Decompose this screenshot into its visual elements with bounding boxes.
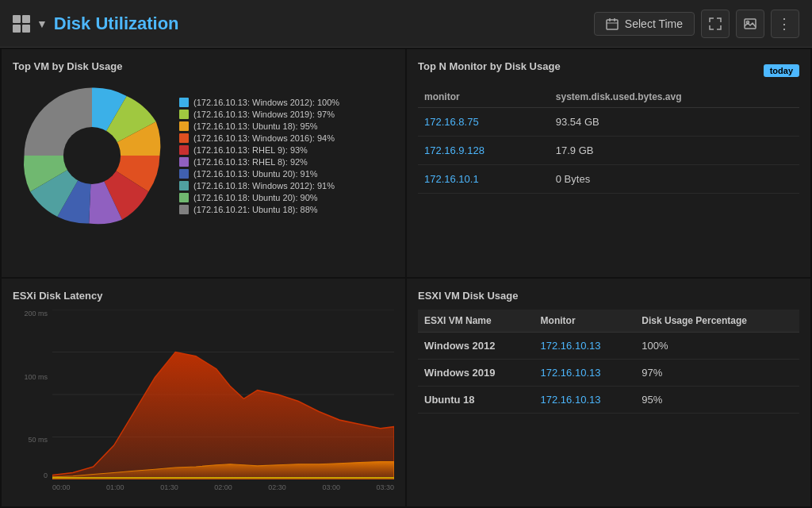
legend-item: (172.16.10.13: Windows 2012): 100% [179, 98, 394, 107]
grid-icon[interactable] [13, 15, 30, 33]
x-axis-label: 03:00 [322, 483, 340, 491]
x-axis-label: 02:00 [214, 483, 232, 491]
vm-name: Windows 2012 [418, 333, 534, 360]
monitor-col-header: monitor [418, 87, 550, 108]
esxi-vm-title: ESXI VM Disk Usage [418, 290, 799, 302]
monitor-value: 0 Bytes [550, 165, 799, 194]
legend-label: (172.16.10.21: Ubuntu 18): 88% [193, 205, 318, 214]
legend-label: (172.16.10.13: Ubuntu 20): 91% [193, 169, 318, 179]
legend-item: (172.16.10.13: RHEL 8): 92% [179, 157, 394, 167]
select-time-button[interactable]: Select Time [594, 12, 695, 36]
vm-disk-pct: 100% [635, 333, 799, 360]
vm-monitor-link[interactable]: 172.16.10.13 [534, 333, 636, 360]
x-axis-label: 01:00 [106, 483, 124, 491]
legend-label: (172.16.10.13: Windows 2012): 100% [193, 98, 339, 107]
monitor-link[interactable]: 172.16.8.75 [418, 108, 550, 137]
more-dots-icon: ⋮ [777, 15, 793, 33]
legend-item: (172.16.10.13: Ubuntu 20): 91% [179, 169, 394, 179]
legend-color-swatch [179, 169, 189, 179]
image-icon [744, 17, 756, 30]
top-n-monitor-panel: Top N Monitor by Disk Usage today monito… [407, 49, 810, 277]
more-options-button[interactable]: ⋮ [771, 10, 799, 38]
legend-label: (172.16.10.13: Windows 2016): 94% [193, 133, 335, 143]
legend-color-swatch [179, 110, 189, 119]
legend-label: (172.16.10.13: Windows 2019): 97% [193, 110, 335, 119]
main-content: Top VM by Disk Usage [0, 48, 812, 508]
x-axis: 00:0001:0001:3002:0002:3003:0003:30 [52, 479, 394, 495]
legend-label: (172.16.10.13: Ubuntu 18): 95% [193, 121, 318, 131]
monitor-col-header-value: system.disk.used.bytes.avg [550, 87, 799, 108]
legend-label: (172.16.10.13: RHEL 9): 93% [193, 145, 308, 155]
image-button[interactable] [736, 10, 764, 38]
x-axis-label: 01:30 [160, 483, 178, 491]
header-right: Select Time ⋮ [594, 10, 799, 38]
today-badge: today [764, 64, 799, 77]
expand-icon [709, 17, 722, 30]
monitor-panel-title: Top N Monitor by Disk Usage [418, 60, 561, 72]
legend-item: (172.16.10.21: Ubuntu 18): 88% [179, 205, 394, 214]
expand-button[interactable] [701, 10, 730, 38]
chart-area: 200 ms100 ms50 ms0 [13, 310, 394, 495]
y-axis-label: 0 [44, 471, 48, 479]
legend-item: (172.16.10.13: Windows 2016): 94% [179, 133, 394, 143]
y-axis-label: 50 ms [28, 436, 48, 444]
table-row: Windows 2012172.16.10.13100% [418, 333, 799, 360]
table-row: 172.16.8.7593.54 GB [418, 108, 799, 137]
x-axis-label: 02:30 [268, 483, 286, 491]
y-axis: 200 ms100 ms50 ms0 [13, 310, 52, 479]
legend-color-swatch [179, 98, 189, 107]
monitor-table: monitor system.disk.used.bytes.avg 172.1… [418, 87, 799, 194]
vm-name: Windows 2019 [418, 360, 534, 387]
esxi-latency-title: ESXi Disk Latency [13, 290, 394, 302]
svg-rect-0 [607, 20, 618, 29]
vm-monitor-link[interactable]: 172.16.10.13 [534, 360, 636, 387]
header: ▼ Disk Utilization Select Time [0, 0, 812, 48]
vm-disk-pct: 97% [635, 360, 799, 387]
top-vm-title: Top VM by Disk Usage [13, 60, 394, 72]
monitor-link[interactable]: 172.16.10.1 [418, 165, 550, 194]
legend-label: (172.16.10.13: RHEL 8): 92% [193, 157, 308, 167]
legend-item: (172.16.10.13: RHEL 9): 93% [179, 145, 394, 155]
legend-label: (172.16.10.18: Windows 2012): 91% [193, 181, 335, 190]
monitor-value: 17.9 GB [550, 137, 799, 165]
calendar-icon [606, 17, 619, 30]
monitor-link[interactable]: 172.16.9.128 [418, 137, 550, 165]
monitor-header-row: Top N Monitor by Disk Usage today [418, 60, 799, 80]
legend-item: (172.16.10.18: Ubuntu 20): 90% [179, 193, 394, 202]
chevron-down-icon[interactable]: ▼ [36, 17, 48, 30]
x-axis-label: 00:00 [52, 483, 71, 491]
vm-column-header: Disk Usage Percentage [635, 310, 799, 333]
select-time-label: Select Time [625, 17, 683, 30]
legend-color-swatch [179, 193, 189, 202]
esxi-vm-panel: ESXI VM Disk Usage ESXI VM NameMonitorDi… [407, 279, 810, 506]
esxi-latency-panel: ESXi Disk Latency 200 ms100 ms50 ms0 [2, 279, 405, 506]
top-vm-panel: Top VM by Disk Usage [2, 49, 405, 277]
vm-column-header: Monitor [534, 310, 636, 333]
svg-point-6 [63, 127, 121, 184]
vm-table: ESXI VM NameMonitorDisk Usage Percentage… [418, 310, 799, 414]
table-row: Windows 2019172.16.10.1397% [418, 360, 799, 387]
legend-item: (172.16.10.13: Windows 2019): 97% [179, 110, 394, 119]
chart-plot [52, 310, 394, 479]
x-axis-label: 03:30 [376, 483, 394, 491]
vm-monitor-link[interactable]: 172.16.10.13 [534, 387, 636, 414]
y-axis-label: 200 ms [24, 310, 48, 318]
pie-chart [17, 80, 167, 231]
y-axis-label: 100 ms [24, 373, 48, 381]
legend-color-swatch [179, 157, 189, 167]
monitor-value: 93.54 GB [550, 108, 799, 137]
legend-item: (172.16.10.18: Windows 2012): 91% [179, 181, 394, 190]
vm-name: Ubuntu 18 [418, 387, 534, 414]
vm-disk-pct: 95% [635, 387, 799, 414]
legend-color-swatch [179, 145, 189, 155]
pie-chart-container [13, 80, 171, 231]
legend-color-swatch [179, 121, 189, 131]
latency-chart-svg [52, 310, 394, 479]
legend-color-swatch [179, 181, 189, 190]
header-left: ▼ Disk Utilization [13, 13, 594, 34]
pie-legend: (172.16.10.13: Windows 2012): 100%(172.1… [179, 80, 394, 231]
table-row: 172.16.9.12817.9 GB [418, 137, 799, 165]
table-row: Ubuntu 18172.16.10.1395% [418, 387, 799, 414]
vm-column-header: ESXI VM Name [418, 310, 534, 333]
legend-color-swatch [179, 205, 189, 214]
